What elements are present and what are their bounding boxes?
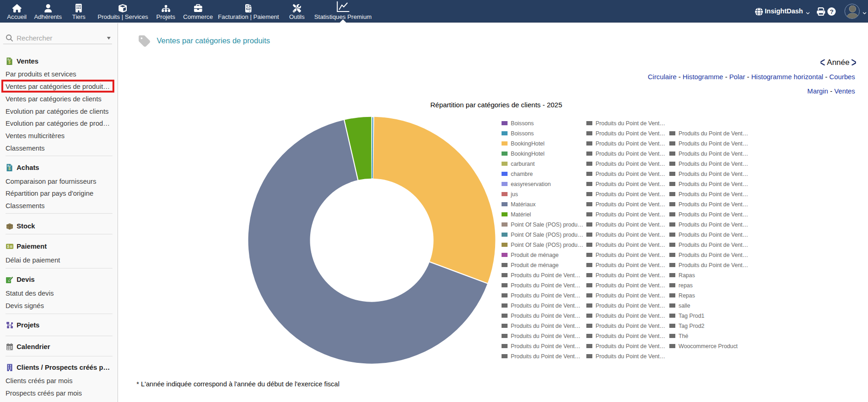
svg-text:$: $ (8, 166, 11, 171)
svg-text:$: $ (7, 244, 9, 249)
svg-text:$: $ (8, 59, 11, 64)
svg-text:?: ? (830, 8, 833, 15)
